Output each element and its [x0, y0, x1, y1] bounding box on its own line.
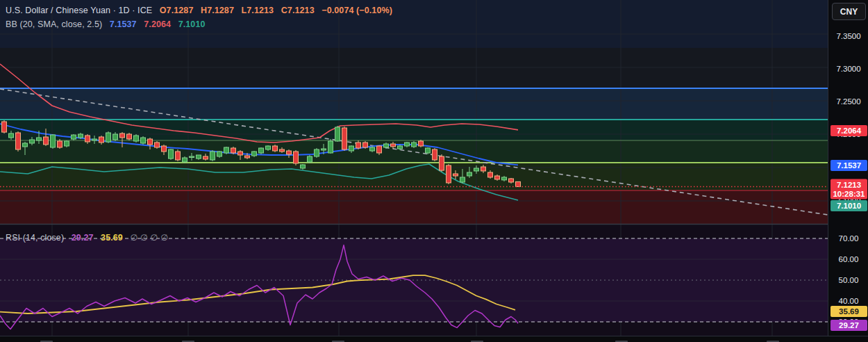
- axis-tick-label: 50.00: [828, 276, 868, 284]
- candle-body: [78, 134, 83, 138]
- candle-body: [356, 142, 361, 148]
- candle-body: [99, 137, 104, 142]
- axis-price-badge: 7.1537: [831, 160, 867, 171]
- candle-body: [127, 134, 132, 139]
- tradingview-chart-window: U.S. Dollar / Chinese Yuan · 1D · ICE O7…: [0, 0, 868, 342]
- candle-body: [197, 155, 201, 158]
- rsi-value: 29.27: [72, 233, 94, 243]
- candle-body: [2, 122, 7, 132]
- candle-body: [16, 133, 21, 149]
- axis-price-badge: 29.27: [831, 320, 867, 331]
- bb-basis-value: 7.1537: [110, 19, 137, 29]
- candle-body: [460, 177, 465, 182]
- candle-body: [266, 146, 271, 149]
- candle-body: [231, 148, 236, 153]
- candle-body: [65, 141, 69, 146]
- axis-tick-label: 70.00: [828, 234, 868, 243]
- axis-price-badge: 35.69: [831, 306, 867, 317]
- ohlc-close: C7.1213: [281, 6, 315, 15]
- candle-body: [502, 177, 507, 180]
- candle-body: [349, 146, 354, 151]
- price-chart-canvas[interactable]: [0, 0, 828, 342]
- axis-tick-label: 40.00: [828, 297, 868, 305]
- candle-body: [370, 147, 375, 151]
- candle-body: [308, 156, 312, 162]
- candle-body: [440, 156, 444, 170]
- rsi-ma-value: 35.69: [101, 233, 123, 243]
- candle-body: [488, 172, 493, 177]
- ohlc-open: O7.1287: [160, 6, 194, 15]
- rsi-label[interactable]: RSI (14, close): [6, 233, 64, 243]
- candle-body: [342, 128, 347, 149]
- bb-lower-value: 7.1010: [178, 19, 206, 29]
- ohlc-high: H7.1287: [201, 6, 234, 15]
- candle-body: [44, 137, 49, 145]
- candle-body: [210, 152, 215, 160]
- candle-body: [155, 142, 160, 147]
- candle-body: [169, 149, 174, 158]
- axis-price-badge: 7.121310:28:31: [831, 179, 867, 200]
- candle-body: [134, 136, 139, 141]
- candle-body: [322, 149, 326, 150]
- candle-body: [141, 138, 146, 143]
- candle-body: [148, 139, 153, 145]
- price-axis[interactable]: CNY 7.35007.30007.25007.20007.15007.1000…: [828, 0, 868, 336]
- candle-body: [30, 140, 35, 143]
- candle-body: [419, 141, 424, 146]
- axis-tick-label: 7.3000: [828, 65, 868, 73]
- candle-body: [162, 146, 167, 152]
- candle-body: [51, 135, 56, 147]
- bb-label[interactable]: BB (20, SMA, close, 2.5): [6, 19, 102, 29]
- candle-body: [391, 144, 396, 147]
- axis-tick-label: 7.2500: [828, 97, 868, 106]
- candle-body: [238, 152, 243, 155]
- candle-body: [433, 149, 437, 160]
- candle-body: [405, 142, 410, 146]
- candle-body: [474, 168, 479, 171]
- rsi-indicator-legend[interactable]: RSI (14, close) 29.27 35.69 ∅ ∅ ∅ ∅: [6, 232, 168, 243]
- candle-body: [467, 172, 472, 176]
- candle-body: [301, 165, 306, 168]
- candle-body: [92, 139, 97, 140]
- candle-body: [259, 148, 264, 153]
- candle-body: [113, 134, 118, 140]
- candle-body: [315, 149, 319, 156]
- axis-price-badge: 7.1010: [831, 200, 867, 211]
- candle-body: [426, 148, 431, 153]
- candle-body: [203, 156, 208, 159]
- candle-body: [481, 167, 486, 171]
- candle-body: [495, 176, 500, 179]
- rsi-empty-values: ∅ ∅ ∅ ∅: [130, 233, 168, 243]
- bb-upper-value: 7.2064: [144, 19, 171, 29]
- bb-indicator-legend[interactable]: BB (20, SMA, close, 2.5) 7.1537 7.2064 7…: [6, 19, 206, 29]
- candle-body: [273, 146, 278, 151]
- candle-body: [58, 141, 62, 147]
- currency-toggle-button[interactable]: CNY: [832, 3, 866, 20]
- candle-body: [287, 151, 292, 154]
- candle-body: [280, 149, 285, 152]
- candle-body: [190, 156, 194, 158]
- candle-body: [120, 133, 125, 138]
- candle-body: [412, 142, 417, 147]
- candle-body: [335, 127, 340, 141]
- candle-body: [106, 133, 111, 142]
- axis-price-badge: 7.2064: [831, 125, 867, 136]
- candle-body: [516, 181, 521, 186]
- axis-tick-label: 7.3500: [828, 32, 868, 40]
- price-change: −0.0074 (−0.10%): [322, 6, 392, 15]
- axis-tick-label: 60.00: [828, 255, 868, 263]
- candle-body: [245, 156, 250, 158]
- candle-body: [217, 152, 222, 156]
- candle-body: [37, 138, 42, 140]
- symbol-title[interactable]: U.S. Dollar / Chinese Yuan · 1D · ICE: [6, 6, 152, 15]
- candle-body: [294, 152, 299, 163]
- candle-body: [446, 165, 451, 183]
- time-axis[interactable]: [0, 336, 868, 342]
- symbol-legend[interactable]: U.S. Dollar / Chinese Yuan · 1D · ICE O7…: [6, 6, 392, 15]
- candle-body: [183, 158, 187, 162]
- candle-body: [252, 152, 257, 156]
- candle-body: [224, 147, 229, 153]
- candle-body: [328, 141, 333, 153]
- candle-body: [85, 136, 90, 142]
- price-zone-band: [0, 88, 828, 120]
